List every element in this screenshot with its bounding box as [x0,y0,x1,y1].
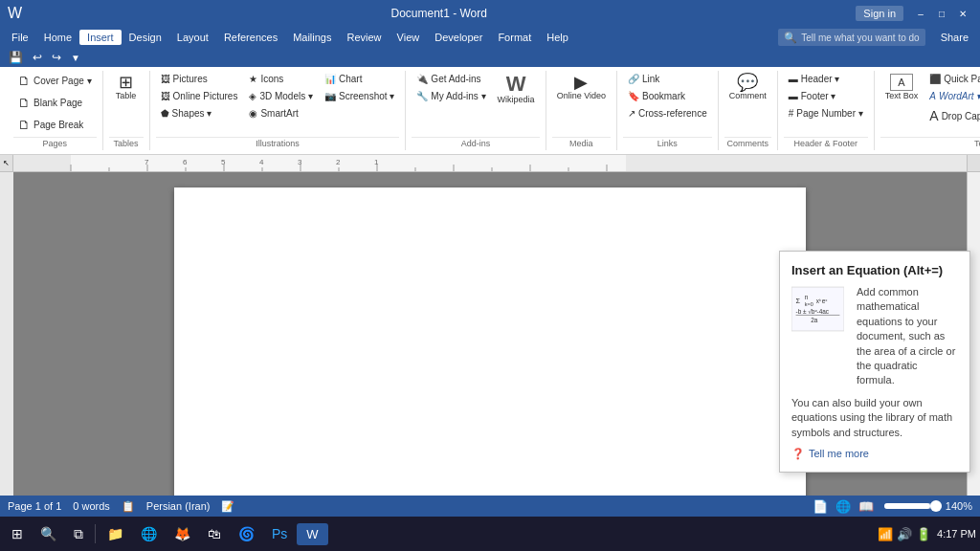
svg-text:1: 1 [374,158,379,166]
menu-file[interactable]: File [4,30,36,45]
start-button[interactable]: ⊞ [4,522,31,545]
text-box-label: Text Box [885,92,919,101]
footer-btn[interactable]: ▬ Footer ▾ [784,88,868,104]
print-view-btn[interactable]: 📄 [810,498,831,515]
customize-quick-btn[interactable]: ▼ [68,52,83,64]
ruler-corner[interactable]: ↖ [0,155,13,171]
svg-text:3: 3 [298,158,302,166]
document-page[interactable] [174,187,806,496]
wikipedia-icon: W [506,74,526,95]
chart-btn[interactable]: 📊 Chart [320,71,399,87]
save-quick-btn[interactable]: 💾 [6,50,26,65]
share-button[interactable]: Share [933,30,976,45]
quick-parts-btn[interactable]: ⬛ Quick Parts ▾ [924,71,980,87]
text-box-icon: A [890,74,913,91]
icons-btn[interactable]: ★ Icons [244,71,318,87]
link-btn[interactable]: 🔗 Link [623,71,712,87]
online-video-btn[interactable]: ▶ Online Video [552,71,611,104]
taskbar-chrome[interactable]: 🌐 [133,522,165,545]
menu-layout[interactable]: Layout [169,30,216,45]
svg-text:5: 5 [221,158,226,166]
ribbon-group-tables: ⊞ Table Tables [103,71,150,150]
drop-cap-btn[interactable]: A Drop Cap ▾ [924,105,980,126]
close-button[interactable]: ✕ [953,4,972,23]
language-label: Persian (Iran) [146,500,211,512]
shapes-btn[interactable]: ⬟ Shapes ▾ [156,105,243,121]
menu-design[interactable]: Design [122,30,169,45]
ribbon-group-illustrations: 🖼 Pictures 🖼 Online Pictures ⬟ Shapes ▾ … [150,71,407,150]
pages-group-label: Pages [13,137,97,148]
3d-models-btn[interactable]: ◈ 3D Models ▾ [244,88,318,104]
menu-view[interactable]: View [390,30,428,45]
cover-page-btn[interactable]: 🗋Cover Page ▾ [13,71,97,91]
taskbar-edge[interactable]: 🌀 [231,522,262,545]
menu-references[interactable]: References [216,30,285,45]
menu-developer[interactable]: Developer [427,30,490,45]
v-ruler-svg [0,172,13,496]
smartart-btn[interactable]: ◉ SmartArt [244,105,318,121]
wikipedia-btn[interactable]: W Wikipedia [493,71,540,108]
wikipedia-label: Wikipedia [498,96,535,105]
ribbon-group-header-footer: ▬ Header ▾ ▬ Footer ▾ # Page Number ▾ He… [778,71,875,150]
menu-mailings[interactable]: Mailings [285,30,339,45]
taskbar-firefox[interactable]: 🦊 [167,522,198,545]
page-number-btn[interactable]: # Page Number ▾ [784,105,868,121]
undo-quick-btn[interactable]: ↩ [30,50,45,65]
battery-icon[interactable]: 🔋 [916,527,931,541]
zoom-fill [884,503,930,509]
search-box[interactable]: 🔍 Tell me what you want to do [778,29,924,46]
table-btn[interactable]: ⊞ Table [109,71,144,104]
pictures-btn[interactable]: 🖼 Pictures [156,71,243,87]
my-addins-btn[interactable]: 🔧 My Add-ins ▾ [412,88,490,104]
tooltip-link[interactable]: ❓ Tell me more [791,448,958,460]
header-footer-group-label: Header & Footer [784,137,868,148]
taskbar-photoshop[interactable]: Ps [264,522,295,545]
restore-button[interactable]: □ [932,4,951,23]
blank-page-btn[interactable]: 🗋Blank Page [13,93,87,113]
menu-review[interactable]: Review [340,30,390,45]
comment-icon: 💬 [737,74,758,91]
minimize-button[interactable]: – [911,4,930,23]
ribbon-group-pages: 🗋Cover Page ▾ 🗋Blank Page 🗋Page Break Pa… [8,71,103,150]
zoom-level: 140% [946,500,972,512]
wordart-btn[interactable]: A WordArt ▾ [924,88,980,104]
zoom-thumb[interactable] [930,500,942,512]
tooltip-link-label[interactable]: Tell me more [809,448,869,459]
menu-insert[interactable]: Insert [79,30,122,45]
ribbon-area: 💾 ↩ ↪ ▼ 🗋Cover Page ▾ 🗋Blank Page 🗋Page … [0,48,980,155]
menu-help[interactable]: Help [539,30,576,45]
table-label: Table [116,92,137,101]
network-icon[interactable]: 📶 [878,527,893,541]
read-view-btn[interactable]: 📖 [856,498,877,515]
menu-home[interactable]: Home [36,30,79,45]
status-bar: Page 1 of 1 0 words 📋 Persian (Iran) 📝 📄… [0,496,980,517]
bookmark-btn[interactable]: 🔖 Bookmark [623,88,712,104]
word-count: 0 words [73,500,110,512]
clock[interactable]: 4:17 PM [937,527,976,540]
media-group-label: Media [552,137,611,148]
volume-icon[interactable]: 🔊 [897,527,912,541]
comments-group-label: Comments [724,137,771,148]
web-view-btn[interactable]: 🌐 [833,498,854,515]
cross-reference-btn[interactable]: ↗ Cross-reference [623,105,712,121]
screenshot-btn[interactable]: 📷 Screenshot ▾ [320,88,399,104]
svg-rect-24 [0,172,13,496]
task-view-btn[interactable]: ⧉ [66,522,91,546]
text-box-btn[interactable]: A Text Box [880,71,924,104]
online-pictures-btn[interactable]: 🖼 Online Pictures [156,88,243,104]
document-area: ↖ 7 6 [0,155,980,496]
page-break-btn[interactable]: 🗋Page Break [13,115,88,135]
online-video-label: Online Video [557,92,606,101]
taskbar-store[interactable]: 🛍 [200,522,229,545]
svg-text:-b ± √b²-4ac: -b ± √b²-4ac [796,308,830,315]
comment-btn[interactable]: 💬 Comment [724,71,771,104]
search-taskbar-btn[interactable]: 🔍 [33,522,64,545]
header-btn[interactable]: ▬ Header ▾ [784,71,868,87]
zoom-slider[interactable] [884,503,942,509]
menu-format[interactable]: Format [490,30,539,45]
taskbar-word[interactable]: W [297,523,327,545]
get-addins-btn[interactable]: 🔌 Get Add-ins [412,71,490,87]
taskbar-explorer[interactable]: 📁 [100,522,131,545]
signin-button[interactable]: Sign in [856,6,903,21]
redo-quick-btn[interactable]: ↪ [49,50,64,65]
